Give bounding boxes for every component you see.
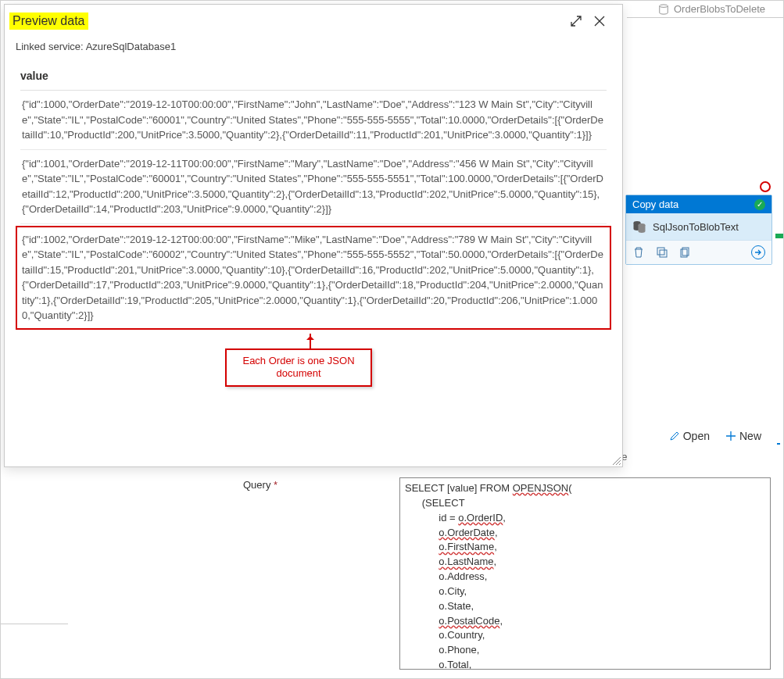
new-button[interactable]: New xyxy=(725,430,761,442)
modal-header: Preview data xyxy=(5,5,622,38)
database-icon xyxy=(658,4,669,15)
svg-rect-3 xyxy=(657,248,664,255)
activity-name-label: SqlJsonToBlobText xyxy=(653,221,739,233)
activity-title-bar: Copy data ✓ xyxy=(626,195,771,213)
table-row: {"id":1000,"OrderDate":"2019-12-10T00:00… xyxy=(20,91,607,150)
add-output-icon[interactable] xyxy=(751,245,765,259)
success-check-icon: ✓ xyxy=(754,199,765,210)
linked-service-label: Linked service: AzureSqlDatabase1 xyxy=(5,38,622,63)
activity-footer xyxy=(626,240,771,264)
edit-icon xyxy=(669,431,680,441)
activity-type-label: Copy data xyxy=(632,198,678,210)
table-row: {"id":1002,"OrderDate":"2019-12-12T00:00… xyxy=(22,232,605,323)
close-icon[interactable] xyxy=(588,9,611,33)
copy-data-icon xyxy=(632,220,646,234)
pipeline-activity-label: OrderBlobsToDelete xyxy=(674,3,765,15)
preview-data-modal: Preview data Linked service: AzureSqlDat… xyxy=(4,4,623,467)
modal-title: Preview data xyxy=(9,13,88,30)
copy-data-activity[interactable]: Copy data ✓ SqlJsonToBlobText xyxy=(625,195,772,265)
query-field-row: Query * SELECT [value] FROM OPENJSON( (S… xyxy=(243,477,771,670)
tab-indicator xyxy=(777,427,780,445)
success-connector xyxy=(775,234,783,238)
table-row: {"id":1001,"OrderDate":"2019-12-11T00:00… xyxy=(20,150,607,224)
callout-annotation: Each Order is one JSON document xyxy=(225,348,372,388)
query-textarea[interactable]: SELECT [value] FROM OPENJSON( (SELECT id… xyxy=(399,477,771,670)
clone-icon[interactable] xyxy=(656,246,668,259)
expand-icon[interactable] xyxy=(564,9,588,33)
column-header-value: value xyxy=(20,63,607,91)
error-dot-annotation xyxy=(760,181,771,192)
plus-icon xyxy=(725,431,736,441)
highlighted-row-annotation: {"id":1002,"OrderDate":"2019-12-12T00:00… xyxy=(16,226,611,330)
query-label: Query * xyxy=(243,477,399,491)
svg-point-0 xyxy=(660,4,668,7)
dataset-actions: Open New xyxy=(669,427,780,445)
copy-icon[interactable] xyxy=(679,246,692,259)
divider xyxy=(1,624,68,625)
activity-body: SqlJsonToBlobText xyxy=(626,213,771,240)
open-button[interactable]: Open xyxy=(669,430,710,442)
delete-icon[interactable] xyxy=(632,246,645,259)
pipeline-activity-partial: OrderBlobsToDelete xyxy=(627,1,783,18)
svg-rect-4 xyxy=(660,250,667,257)
resize-handle-icon[interactable] xyxy=(611,456,622,466)
